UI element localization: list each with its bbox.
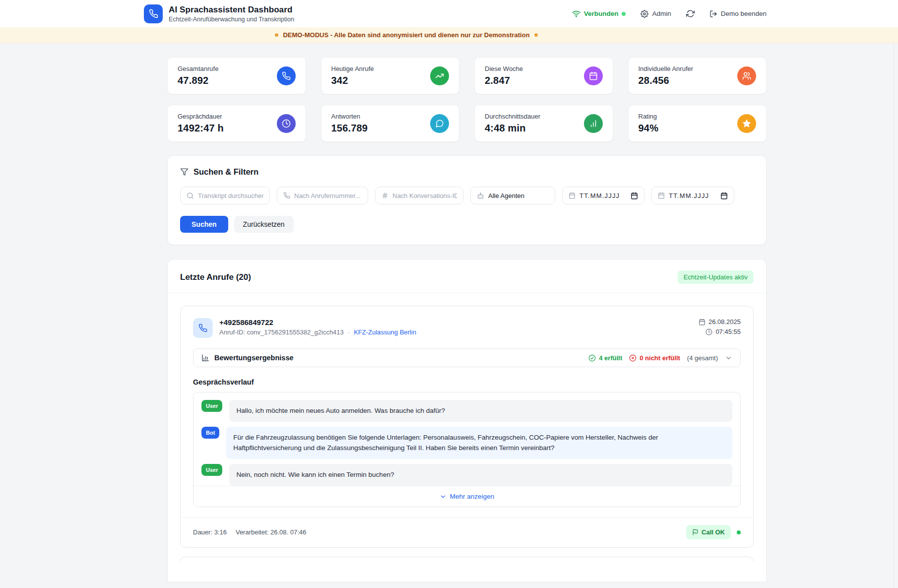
search-button[interactable]: Suchen [180, 216, 228, 233]
call-status-badge: Call OK [686, 525, 731, 539]
main-content: Gesamtanrufe 47.892 Heutige Anrufe 342 D… [167, 43, 767, 582]
filter-section-title: Suchen & Filtern [193, 167, 258, 177]
evaluation-failed-label: 0 nicht erfüllt [640, 354, 680, 362]
call-footer: Dauer: 3:16 Verarbeitet: 26.08. 07:46 Ca… [181, 517, 753, 547]
next-call-item-partial [180, 557, 754, 562]
chevron-down-icon[interactable] [725, 354, 732, 362]
header-nav: Verbunden Admin Demo beenden [572, 9, 767, 18]
stat-label: Gesprächdauer [178, 113, 224, 120]
stats-grid: Gesamtanrufe 47.892 Heutige Anrufe 342 D… [167, 57, 767, 142]
gear-icon [641, 10, 648, 18]
banner-dot-right [534, 33, 538, 37]
user-role-badge: User [201, 400, 222, 412]
date-from-field[interactable]: TT.MM.JJJJ [562, 187, 644, 204]
wifi-icon [572, 9, 580, 18]
evaluation-passed: 4 erfüllt [588, 354, 622, 362]
hash-icon [382, 192, 388, 199]
exit-demo-button[interactable]: Demo beenden [709, 10, 767, 18]
robot-icon [477, 192, 484, 199]
caller-number-input[interactable] [294, 192, 362, 199]
stat-card-call-duration: Gesprächdauer 1492:47 h [167, 105, 306, 142]
funnel-icon [180, 168, 189, 176]
message-row: User Hallo, ich möchte mein neues Auto a… [201, 400, 732, 422]
phone-icon [277, 66, 296, 85]
evaluation-total: (4 gesamt) [687, 354, 718, 362]
date-from-value: TT.MM.JJJJ [579, 192, 620, 199]
star-icon [737, 114, 756, 133]
status-ok-dot [737, 530, 741, 534]
refresh-button[interactable] [686, 9, 695, 18]
flag-icon [692, 529, 699, 535]
stat-label: Rating [639, 113, 659, 120]
stat-label: Diese Woche [485, 65, 523, 72]
conversation-search-field [375, 187, 463, 204]
transcript-box: User Hallo, ich möchte mein neues Auto a… [193, 392, 741, 507]
call-phone-icon-box [193, 318, 213, 338]
calendar-picker-icon[interactable] [720, 192, 728, 199]
app-logo [144, 4, 163, 23]
check-circle-icon [588, 354, 596, 362]
meta-separator: · [348, 328, 350, 336]
agent-select[interactable]: Alle Agenten [470, 187, 555, 204]
status-dot [622, 12, 626, 16]
conversation-id-input[interactable] [392, 192, 457, 199]
stat-label: Heutige Anrufe [331, 65, 374, 72]
admin-button[interactable]: Admin [641, 10, 671, 18]
phone-icon [149, 9, 158, 18]
search-icon [187, 192, 194, 199]
recent-calls-panel: Letzte Anrufe (20) Echtzeit-Updates akti… [167, 259, 767, 582]
logout-icon [709, 10, 717, 18]
agent-link[interactable]: KFZ-Zulassung Berlin [354, 328, 416, 336]
stat-label: Individuelle Anrufer [639, 65, 694, 72]
bar-chart-icon [584, 114, 603, 133]
clock-icon [277, 114, 296, 133]
connection-status-label: Verbunden [584, 10, 619, 17]
calendar-picker-icon[interactable] [631, 192, 638, 199]
recent-calls-title: Letzte Anrufe (20) [180, 272, 251, 282]
call-processed: Verarbeitet: 26.08. 07:46 [236, 528, 306, 536]
user-role-badge: User [201, 464, 222, 476]
stat-value: 47.892 [178, 75, 218, 86]
calendar-icon [658, 192, 665, 199]
transcript-title: Gesprächsverlauf [193, 378, 741, 386]
transcript-viewport[interactable]: User Hallo, ich möchte mein neues Auto a… [193, 392, 740, 486]
brand: AI Sprachassistent Dashboard Echtzeit-An… [144, 4, 294, 23]
stat-card-today-calls: Heutige Anrufe 342 [321, 57, 460, 94]
evaluation-bar[interactable]: Bewertungsergebnisse 4 erfüllt 0 nicht e… [193, 348, 741, 367]
stat-card-unique-callers: Individuelle Anrufer 28.456 [628, 57, 767, 94]
banner-dot-left [275, 33, 278, 37]
live-updates-badge: Echtzeit-Updates aktiv [678, 270, 754, 284]
show-more-button[interactable]: Mehr anzeigen [193, 486, 740, 507]
bot-message: Für die Fahrzeugzulassung benötigen Sie … [226, 427, 732, 459]
app-header: AI Sprachassistent Dashboard Echtzeit-An… [0, 0, 898, 27]
demo-mode-banner: DEMO-MODUS - Alle Daten sind anonymisier… [0, 27, 898, 43]
page-subtitle: Echtzeit-Anrufüberwachung und Transkript… [169, 16, 294, 23]
chevron-down-icon [440, 493, 447, 500]
clock-icon [706, 328, 712, 335]
stat-value: 2.847 [485, 75, 523, 86]
demo-banner-text: DEMO-MODUS - Alle Daten sind anonymisier… [283, 31, 529, 39]
agent-select-value: Alle Agenten [488, 192, 524, 199]
refresh-icon [686, 9, 695, 18]
caller-search-field [277, 187, 368, 204]
stat-value: 94% [639, 123, 659, 134]
phone-icon [283, 192, 290, 199]
date-to-field[interactable]: TT.MM.JJJJ [651, 187, 734, 204]
call-time: 07:45:55 [715, 328, 741, 335]
connection-status: Verbunden [572, 9, 626, 18]
message-row: User Nein, noch nicht. Wie kann ich eine… [201, 464, 732, 486]
stat-card-total-calls: Gesamtanrufe 47.892 [167, 57, 306, 94]
call-id: Anruf-ID: conv_1756291555382_g2icch413 [219, 328, 344, 336]
stat-value: 342 [331, 75, 374, 86]
call-status-label: Call OK [702, 528, 725, 536]
search-filter-panel: Suchen & Filtern [167, 155, 767, 245]
scrollbar-track[interactable] [894, 43, 894, 588]
page-title: AI Sprachassistent Dashboard [169, 5, 294, 15]
date-to-value: TT.MM.JJJJ [669, 192, 709, 199]
bot-role-badge: Bot [201, 427, 219, 439]
reset-button[interactable]: Zurücksetzen [234, 216, 294, 233]
stat-card-answers: Antworten 156.789 [321, 105, 460, 142]
transcript-search-field [180, 187, 270, 204]
stat-card-rating: Rating 94% [628, 105, 767, 142]
transcript-search-input[interactable] [198, 192, 263, 199]
